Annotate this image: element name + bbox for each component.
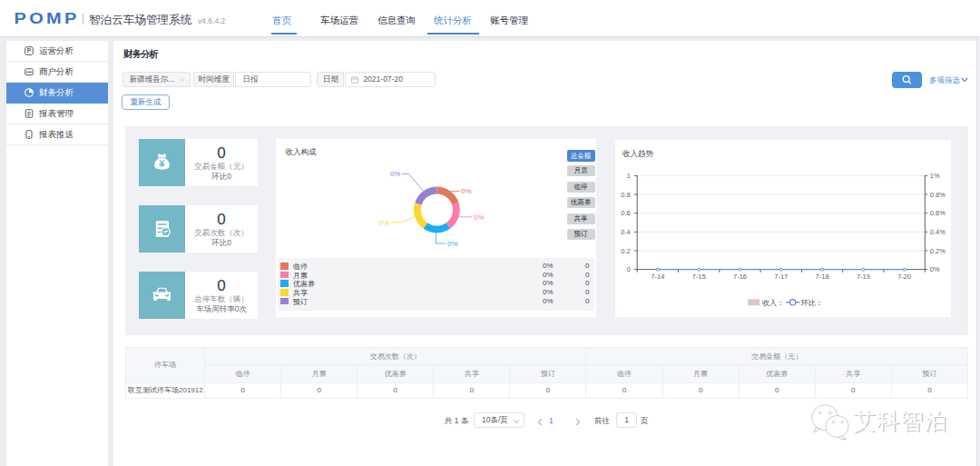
svg-text:0.4: 0.4 bbox=[621, 227, 630, 235]
svg-text:7-14: 7-14 bbox=[651, 273, 664, 281]
svg-text:收入：: 收入： bbox=[762, 299, 784, 307]
svg-text:0.2: 0.2 bbox=[621, 246, 630, 254]
svg-text:0: 0 bbox=[627, 265, 631, 273]
svg-text:0%: 0% bbox=[389, 170, 400, 178]
svg-text:1: 1 bbox=[627, 172, 631, 180]
svg-text:P: P bbox=[27, 47, 32, 54]
svg-text:0.6: 0.6 bbox=[621, 209, 630, 217]
svg-text:环比：: 环比： bbox=[800, 299, 823, 307]
svg-text:0.8%: 0.8% bbox=[930, 190, 946, 198]
svg-text:7-18: 7-18 bbox=[816, 273, 829, 281]
svg-text:0%: 0% bbox=[378, 218, 389, 226]
svg-text:7-20: 7-20 bbox=[897, 273, 911, 281]
svg-text:7-19: 7-19 bbox=[857, 273, 870, 281]
svg-text:0%: 0% bbox=[447, 239, 458, 247]
svg-text:0.8: 0.8 bbox=[621, 190, 630, 198]
svg-text:0%: 0% bbox=[474, 213, 485, 221]
svg-text:0.2%: 0.2% bbox=[930, 246, 946, 254]
svg-text:0%: 0% bbox=[930, 265, 940, 273]
svg-text:0.6%: 0.6% bbox=[930, 209, 946, 217]
svg-text:0.4%: 0.4% bbox=[930, 227, 946, 235]
svg-text:7-17: 7-17 bbox=[774, 273, 788, 281]
svg-text:7-16: 7-16 bbox=[733, 273, 747, 281]
svg-text:7-15: 7-15 bbox=[692, 273, 706, 281]
svg-text:0%: 0% bbox=[461, 187, 472, 195]
svg-text:1%: 1% bbox=[930, 172, 940, 180]
